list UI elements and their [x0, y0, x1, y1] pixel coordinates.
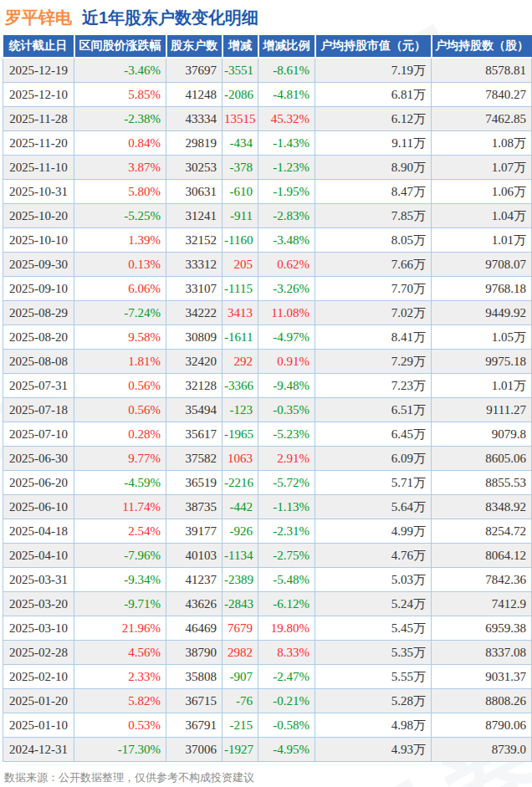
cell-holders: 35494 [166, 398, 223, 422]
cell-date: 2025-10-20 [3, 204, 74, 228]
cell-date: 2025-02-10 [3, 665, 74, 689]
cell-delta-pct: -0.21% [258, 689, 315, 713]
cell-avg-shares: 8254.72 [432, 519, 532, 544]
cell-date: 2025-07-31 [3, 374, 74, 398]
cell-delta-pct: -2.47% [258, 665, 315, 689]
cell-price-change: 9.58% [74, 325, 166, 350]
cell-price-change: -9.71% [74, 592, 166, 616]
table-row: 2025-06-309.77%3758210632.91%6.09万8605.0… [3, 447, 532, 471]
cell-avg-market-value: 4.98万 [315, 713, 432, 738]
column-header-delta: 增减 [223, 35, 258, 58]
cell-holders: 43626 [166, 592, 223, 616]
cell-holders: 33107 [166, 277, 223, 301]
cell-price-change: 0.53% [74, 713, 166, 738]
cell-avg-shares: 8064.12 [432, 544, 532, 568]
cell-holders: 36791 [166, 713, 223, 738]
column-header-avg-market-value: 户均持股市值（元） [315, 35, 432, 58]
cell-avg-shares: 1.06万 [432, 180, 532, 204]
cell-price-change: 0.13% [74, 253, 166, 277]
table-row: 2025-11-103.87%30253-378-1.23%8.90万1.07万 [3, 156, 532, 180]
cell-holders: 35808 [166, 665, 223, 689]
cell-price-change: 5.85% [74, 83, 166, 107]
cell-delta-pct: -2.83% [258, 204, 315, 228]
cell-avg-shares: 8337.08 [432, 641, 532, 665]
cell-delta-pct: -1.13% [258, 495, 315, 519]
cell-delta: -610 [223, 180, 258, 204]
cell-date: 2025-09-30 [3, 253, 74, 277]
cell-avg-shares: 1.08万 [432, 131, 532, 156]
cell-price-change: -9.34% [74, 568, 166, 592]
cell-avg-market-value: 8.05万 [315, 228, 432, 253]
cell-date: 2025-08-20 [3, 325, 74, 350]
table-row: 2025-10-315.80%30631-610-1.95%8.47万1.06万 [3, 180, 532, 204]
cell-price-change: 3.87% [74, 156, 166, 180]
cell-avg-market-value: 7.66万 [315, 253, 432, 277]
cell-holders: 32128 [166, 374, 223, 398]
cell-holders: 41248 [166, 83, 223, 107]
cell-holders: 41237 [166, 568, 223, 592]
cell-avg-market-value: 7.23万 [315, 374, 432, 398]
cell-date: 2025-02-28 [3, 641, 74, 665]
cell-delta-pct: -1.43% [258, 131, 315, 156]
cell-avg-market-value: 8.90万 [315, 156, 432, 180]
cell-avg-shares: 1.07万 [432, 156, 532, 180]
cell-date: 2025-06-10 [3, 495, 74, 519]
cell-price-change: -4.59% [74, 471, 166, 495]
cell-date: 2025-01-20 [3, 689, 74, 713]
cell-price-change: 5.82% [74, 689, 166, 713]
cell-holders: 38735 [166, 495, 223, 519]
cell-delta: 205 [223, 253, 258, 277]
cell-avg-shares: 9449.92 [432, 301, 532, 325]
cell-delta: -2216 [223, 471, 258, 495]
cell-delta: 13515 [223, 107, 258, 131]
cell-avg-market-value: 5.71万 [315, 471, 432, 495]
cell-delta-pct: -3.26% [258, 277, 315, 301]
table-row: 2025-06-1011.74%38735-442-1.13%5.64万8348… [3, 495, 532, 519]
table-row: 2025-11-28-2.38%433341351545.32%6.12万746… [3, 107, 532, 131]
cell-avg-shares: 9768.18 [432, 277, 532, 301]
cell-holders: 37006 [166, 738, 223, 762]
cell-delta: -1927 [223, 738, 258, 762]
cell-delta-pct: 45.32% [258, 107, 315, 131]
cell-avg-market-value: 5.03万 [315, 568, 432, 592]
title-subtitle: 近1年股东户数变化明细 [82, 8, 258, 27]
cell-delta-pct: 8.33% [258, 641, 315, 665]
column-header-date: 统计截止日 [3, 35, 74, 58]
cell-delta-pct: -4.81% [258, 83, 315, 107]
cell-avg-market-value: 5.35万 [315, 641, 432, 665]
column-header-holders: 股东户数 [166, 35, 223, 58]
cell-delta: 1063 [223, 447, 258, 471]
cell-date: 2025-07-10 [3, 422, 74, 447]
cell-delta: -1115 [223, 277, 258, 301]
cell-avg-shares: 8808.26 [432, 689, 532, 713]
cell-delta-pct: -1.23% [258, 156, 315, 180]
cell-delta-pct: -5.48% [258, 568, 315, 592]
table-row: 2025-08-081.81%324202920.91%7.29万9975.18 [3, 350, 532, 374]
cell-delta: 2982 [223, 641, 258, 665]
cell-avg-shares: 7842.36 [432, 568, 532, 592]
cell-date: 2025-03-20 [3, 592, 74, 616]
cell-avg-market-value: 6.45万 [315, 422, 432, 447]
cell-price-change: 1.39% [74, 228, 166, 253]
cell-avg-market-value: 8.41万 [315, 325, 432, 350]
page-title: 罗平锌电近1年股东户数变化明细 [0, 0, 532, 35]
table-row: 2025-10-101.39%32152-1160-3.48%8.05万1.01… [3, 228, 532, 253]
data-source-note: 数据来源：公开数据整理，仅供参考不构成投资建议 [4, 770, 532, 785]
cell-date: 2025-10-31 [3, 180, 74, 204]
cell-delta: -2843 [223, 592, 258, 616]
table-row: 2025-11-200.84%29819-434-1.43%9.11万1.08万 [3, 131, 532, 156]
shareholder-table: 统计截止日区间股价涨跌幅股东户数增减增减比例户均持股市值（元）户均持股数（股） … [3, 35, 532, 762]
cell-avg-shares: 8855.53 [432, 471, 532, 495]
cell-price-change: 5.80% [74, 180, 166, 204]
cell-avg-market-value: 6.12万 [315, 107, 432, 131]
cell-delta-pct: -4.97% [258, 325, 315, 350]
cell-delta-pct: -1.95% [258, 180, 315, 204]
cell-date: 2025-10-10 [3, 228, 74, 253]
cell-date: 2025-01-10 [3, 713, 74, 738]
cell-avg-market-value: 7.70万 [315, 277, 432, 301]
cell-holders: 33312 [166, 253, 223, 277]
cell-price-change: -17.30% [74, 738, 166, 762]
cell-delta: -1134 [223, 544, 258, 568]
cell-avg-shares: 9975.18 [432, 350, 532, 374]
table-row: 2025-09-300.13%333122050.62%7.66万9708.07 [3, 253, 532, 277]
